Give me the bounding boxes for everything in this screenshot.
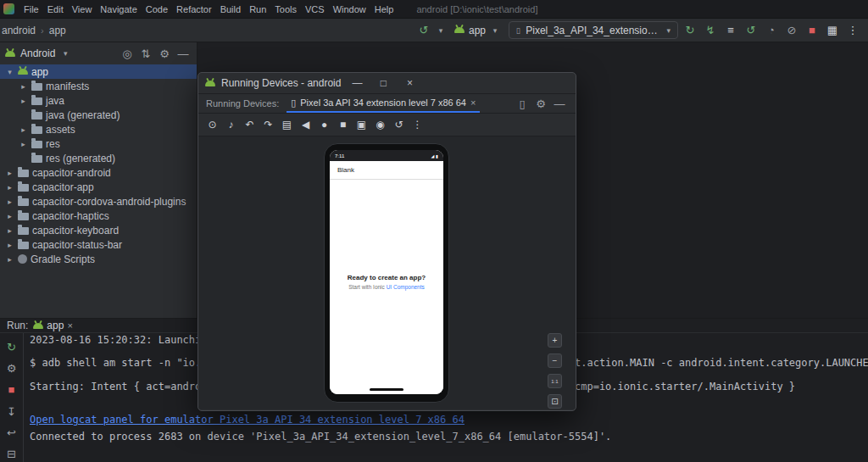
tree-item-capacitor-android[interactable]: capacitor-android	[0, 165, 197, 180]
window-titlebar[interactable]: Running Devices - android — □ ×	[198, 73, 576, 94]
breadcrumb-module[interactable]: app	[49, 25, 66, 36]
screenshot-icon[interactable]: ▣	[353, 117, 370, 133]
tree-item-capacitor-app[interactable]: capacitor-app	[0, 180, 197, 194]
project-tool-window: Android ▾ ◎ ⇅ ⚙ — app manifests java jav…	[0, 42, 198, 318]
menu-item-window[interactable]: Window	[329, 0, 370, 19]
rotate-left-icon[interactable]: ↶	[242, 117, 258, 133]
more-actions-icon[interactable]: ⋮	[409, 117, 426, 133]
power-icon[interactable]: ⊙	[204, 117, 220, 133]
menu-item-view[interactable]: View	[68, 0, 97, 19]
back-icon[interactable]: ◀	[298, 117, 314, 133]
chevron-right-icon[interactable]	[5, 198, 14, 206]
chevron-down-icon[interactable]: ▾	[60, 45, 70, 62]
chevron-down-icon[interactable]: ▾	[436, 22, 446, 39]
tree-item-capacitor-keyboard[interactable]: capacitor-keyboard	[0, 223, 197, 237]
menu-item-tools[interactable]: Tools	[270, 0, 301, 19]
tree-item-gradle-scripts[interactable]: Gradle Scripts	[0, 252, 197, 266]
minimize-button[interactable]: —	[347, 75, 367, 92]
app-title: Blank	[337, 166, 354, 174]
snapshot-icon[interactable]: ↺	[391, 117, 407, 133]
zoom-actual-size-button[interactable]: 1:1	[548, 374, 562, 388]
open-logcat-link[interactable]: Open logcat panel for emulator Pixel 3a …	[30, 414, 465, 426]
device-selector-combo[interactable]: ▯ Pixel_3a_API_34_extension_level_7_x86……	[509, 21, 678, 39]
menu-item-run[interactable]: Run	[245, 0, 270, 19]
close-tab-icon[interactable]: ×	[470, 97, 476, 108]
scroll-to-end-icon[interactable]: ↧	[3, 404, 20, 419]
tree-item-assets[interactable]: assets	[0, 122, 197, 136]
rerun-icon[interactable]: ↻	[3, 339, 20, 354]
device-manager-button[interactable]: ▦	[824, 22, 841, 39]
overview-icon[interactable]: ■	[335, 117, 351, 133]
fold-device-icon[interactable]: ▤	[279, 117, 295, 133]
zoom-out-button[interactable]: −	[548, 353, 562, 368]
chevron-right-icon[interactable]	[19, 82, 28, 91]
build-variants-button[interactable]: ≡	[722, 22, 739, 39]
sync-gradle-button[interactable]: ↺	[743, 22, 760, 39]
soft-wrap-icon[interactable]: ↩	[3, 425, 20, 440]
chevron-down-icon[interactable]	[5, 68, 14, 76]
tree-item-capacitor-status-bar[interactable]: capacitor-status-bar	[0, 237, 197, 252]
chevron-right-icon[interactable]	[19, 97, 28, 105]
menu-item-file[interactable]: File	[19, 0, 43, 19]
stop-icon[interactable]: ■	[3, 382, 20, 398]
zoom-in-button[interactable]: +	[548, 333, 562, 348]
tree-item-manifests[interactable]: manifests	[0, 79, 197, 93]
home-icon[interactable]: ●	[316, 117, 332, 133]
coverage-button[interactable]: ⊘	[783, 22, 800, 39]
expand-collapse-icon[interactable]: ⇅	[137, 45, 154, 62]
tree-item-capacitor-cordova-android-plugins[interactable]: capacitor-cordova-android-plugins	[0, 194, 197, 209]
app-subtext: Start with Ionic UI Components	[330, 284, 443, 290]
menu-item-build[interactable]: Build	[216, 0, 245, 19]
menu-item-code[interactable]: Code	[142, 0, 172, 19]
project-view-selector[interactable]: Android	[20, 47, 55, 59]
tree-item-res-generated[interactable]: res (generated)	[0, 151, 197, 165]
tree-item-capacitor-haptics[interactable]: capacitor-haptics	[0, 209, 197, 223]
close-button[interactable]: ×	[399, 75, 420, 92]
chevron-right-icon[interactable]	[5, 183, 14, 192]
chevron-right-icon[interactable]	[5, 226, 14, 235]
rerun-button[interactable]: ↻	[682, 22, 698, 39]
chevron-right-icon[interactable]	[5, 169, 14, 177]
more-actions-button[interactable]: ⋮	[844, 22, 861, 39]
tree-item-java-generated[interactable]: java (generated)	[0, 108, 197, 122]
rotate-right-icon[interactable]: ↷	[260, 117, 276, 133]
ui-components-link[interactable]: UI Components	[387, 284, 425, 290]
vcs-sync-icon[interactable]: ↺	[415, 22, 432, 39]
run-configuration-combo[interactable]: app ▾	[449, 21, 505, 39]
chevron-right-icon[interactable]	[5, 212, 14, 220]
settings-gear-icon[interactable]: ⚙	[3, 360, 20, 376]
menu-item-edit[interactable]: Edit	[43, 0, 68, 19]
chevron-right-icon[interactable]	[19, 140, 28, 148]
screen-record-icon[interactable]: ◉	[372, 117, 388, 133]
phone-screen[interactable]: 7:11 ◢ ▮ Blank Ready to create an app? S…	[330, 150, 443, 394]
close-tab-icon[interactable]: ×	[67, 320, 72, 331]
chevron-right-icon[interactable]	[5, 241, 14, 249]
breadcrumb-project[interactable]: android	[2, 25, 36, 36]
stop-button[interactable]: ■	[804, 22, 821, 39]
chevron-right-icon[interactable]	[19, 125, 28, 134]
tree-item-res[interactable]: res	[0, 136, 197, 151]
menu-item-navigate[interactable]: Navigate	[96, 0, 141, 19]
chevron-right-icon[interactable]	[5, 255, 14, 264]
settings-gear-icon[interactable]: ⚙	[156, 45, 173, 62]
profiler-button[interactable]: ◔	[763, 22, 780, 39]
apply-changes-button[interactable]: ↯	[702, 22, 719, 39]
clear-console-icon[interactable]: ⊟	[3, 447, 20, 462]
device-tab[interactable]: ▯ Pixel 3a API 34 extension level 7 x86 …	[287, 94, 480, 113]
menu-item-refactor[interactable]: Refactor	[172, 0, 216, 19]
running-devices-title: Running Devices - android	[221, 77, 341, 89]
status-time: 7:11	[335, 153, 344, 159]
device-frame-toggle-icon[interactable]: ▯	[514, 95, 531, 112]
settings-gear-icon[interactable]: ⚙	[532, 95, 549, 112]
tree-item-app[interactable]: app	[0, 64, 197, 79]
menu-item-vcs[interactable]: VCS	[301, 0, 329, 19]
menu-item-help[interactable]: Help	[370, 0, 398, 19]
run-tab-app[interactable]: app ×	[33, 320, 72, 331]
maximize-button[interactable]: □	[373, 75, 393, 92]
hide-panel-icon[interactable]: —	[175, 45, 192, 62]
tree-item-java[interactable]: java	[0, 93, 197, 108]
locate-file-icon[interactable]: ◎	[119, 45, 136, 62]
volume-icon[interactable]: ♪	[223, 117, 239, 133]
hide-panel-icon[interactable]: —	[551, 95, 568, 112]
zoom-fit-button[interactable]: ⊡	[548, 394, 562, 409]
